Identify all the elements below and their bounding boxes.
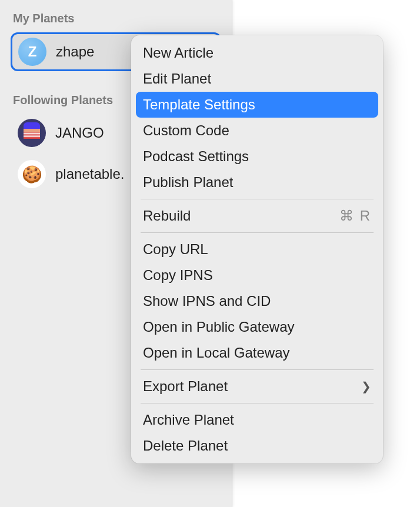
menu-item-archive-planet[interactable]: Archive Planet (136, 407, 378, 433)
menu-item-label: New Article (143, 45, 214, 61)
menu-shortcut: ⌘ R (339, 208, 371, 224)
context-menu: New Article Edit Planet Template Setting… (131, 35, 383, 463)
menu-divider (141, 199, 374, 199)
menu-item-export-planet[interactable]: Export Planet ❯ (136, 373, 378, 399)
menu-item-label: Podcast Settings (143, 148, 249, 165)
menu-item-copy-ipns[interactable]: Copy IPNS (136, 262, 378, 288)
menu-item-label: Open in Public Gateway (143, 319, 294, 335)
menu-item-rebuild[interactable]: Rebuild ⌘ R (136, 203, 378, 229)
chevron-right-icon: ❯ (361, 379, 371, 393)
menu-item-template-settings[interactable]: Template Settings (136, 92, 378, 118)
menu-item-label: Archive Planet (143, 412, 234, 428)
avatar (18, 160, 46, 188)
avatar: Z (18, 38, 46, 66)
menu-item-custom-code[interactable]: Custom Code (136, 118, 378, 144)
menu-item-publish-planet[interactable]: Publish Planet (136, 169, 378, 195)
menu-item-label: Rebuild (143, 208, 191, 224)
menu-item-show-ipns-cid[interactable]: Show IPNS and CID (136, 288, 378, 314)
planet-name: planetable. (55, 166, 124, 182)
planet-name: zhape (56, 44, 94, 60)
menu-item-label: Edit Planet (143, 71, 211, 87)
menu-item-label: Open in Local Gateway (143, 345, 289, 361)
menu-divider (141, 232, 374, 233)
menu-item-open-public-gateway[interactable]: Open in Public Gateway (136, 314, 378, 340)
menu-item-label: Publish Planet (143, 174, 233, 191)
planet-name: JANGO (55, 125, 104, 141)
menu-divider (141, 403, 374, 403)
avatar (18, 119, 46, 147)
menu-item-label: Delete Planet (143, 438, 228, 454)
menu-item-delete-planet[interactable]: Delete Planet (136, 433, 378, 459)
menu-item-label: Copy URL (143, 241, 208, 258)
menu-item-label: Custom Code (143, 122, 229, 139)
menu-item-podcast-settings[interactable]: Podcast Settings (136, 144, 378, 169)
menu-item-label: Show IPNS and CID (143, 293, 271, 309)
menu-item-copy-url[interactable]: Copy URL (136, 236, 378, 262)
menu-item-open-local-gateway[interactable]: Open in Local Gateway (136, 340, 378, 366)
menu-item-new-article[interactable]: New Article (136, 40, 378, 66)
my-planets-header: My Planets (11, 12, 221, 25)
menu-item-label: Copy IPNS (143, 267, 213, 283)
menu-divider (141, 369, 374, 370)
menu-item-label: Template Settings (143, 96, 255, 113)
menu-item-label: Export Planet (143, 378, 228, 395)
menu-item-edit-planet[interactable]: Edit Planet (136, 66, 378, 92)
